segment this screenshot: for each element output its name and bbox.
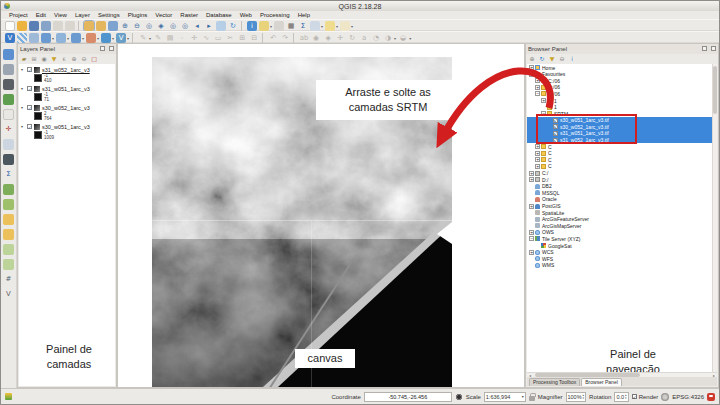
expander-icon[interactable]: ▾: [21, 86, 25, 91]
filter-browser-icon[interactable]: ▼: [548, 55, 556, 63]
browser-item-postgis[interactable]: +PostGIS: [527, 202, 717, 209]
expander-icon[interactable]: +: [529, 177, 534, 182]
plugin-folder-new-icon[interactable]: [3, 214, 14, 225]
zoom-to-selection-icon[interactable]: ◎: [168, 21, 178, 31]
browser-item-1[interactable]: +1: [527, 97, 717, 104]
expander-icon[interactable]: ▾: [21, 67, 25, 72]
pin-labels-icon[interactable]: ◉: [311, 33, 321, 43]
add-feature-icon[interactable]: ◦: [177, 33, 187, 43]
move-label-icon[interactable]: ✛: [335, 33, 345, 43]
plugin-pages-2-icon[interactable]: [3, 259, 14, 270]
checkbox-checked-icon[interactable]: ✓: [632, 394, 637, 399]
spinner-arrows-icon[interactable]: ▴▾: [583, 394, 585, 400]
save-project-as-icon[interactable]: [41, 21, 51, 31]
browser-item-c-06[interactable]: +C:/06: [527, 77, 717, 84]
manage-map-themes-icon[interactable]: ◉: [40, 55, 48, 63]
measure-icon[interactable]: ▾: [310, 21, 323, 31]
rotation-spinner[interactable]: 0.0 ▴▾: [614, 392, 628, 402]
menu-layer[interactable]: Layer: [71, 11, 94, 19]
add-wfs-layer-icon[interactable]: V▾: [116, 33, 129, 43]
expander-icon[interactable]: +: [529, 250, 534, 255]
browser-item-1[interactable]: 1: [527, 104, 717, 111]
add-wms-layer-icon[interactable]: ▾: [101, 33, 114, 43]
filter-by-expression-icon[interactable]: ε: [60, 55, 68, 63]
menu-edit[interactable]: Edit: [32, 11, 50, 19]
browser-item-googlesat[interactable]: GoogleSat: [527, 242, 717, 249]
save-layer-edits-icon[interactable]: ▤: [165, 33, 175, 43]
copy-features-icon[interactable]: ⊞: [237, 33, 247, 43]
scale-combo[interactable]: 1:636,994 ▾: [484, 392, 526, 402]
expander-icon[interactable]: +: [529, 204, 534, 209]
layer-visibility-checkbox[interactable]: ✓: [27, 124, 32, 129]
browser-item-arcgisfeatureserver[interactable]: ArcGisFeatureServer: [527, 216, 717, 223]
add-delimited-text-layer-icon[interactable]: [29, 33, 39, 43]
zoom-to-layer-icon[interactable]: ◎: [180, 21, 190, 31]
zoom-next-icon[interactable]: ▸: [204, 21, 214, 31]
expander-icon[interactable]: −: [541, 111, 546, 116]
layer-name[interactable]: s30_w051_1arc_v3: [42, 124, 90, 130]
browser-item-c[interactable]: +C: [527, 156, 717, 163]
plugin-folder-add-icon[interactable]: [3, 229, 14, 240]
add-group-icon[interactable]: ⊞: [30, 55, 38, 63]
messages-icon[interactable]: [707, 393, 715, 401]
add-raster-layer-icon[interactable]: [17, 33, 27, 43]
browser-item-spatialite[interactable]: SpatiaLite: [527, 209, 717, 216]
expander-icon[interactable]: +: [535, 144, 540, 149]
zoom-native-icon[interactable]: ◎: [144, 21, 154, 31]
plugin-raster-grid-icon[interactable]: [3, 154, 14, 165]
node-tool-icon[interactable]: ∿: [201, 33, 211, 43]
plugin-statistics-icon[interactable]: Σ: [3, 169, 14, 180]
plugin-compass-icon[interactable]: [3, 49, 14, 60]
menu-vector[interactable]: Vector: [151, 11, 176, 19]
browser-item-wfs[interactable]: WFS: [527, 255, 717, 262]
layer-visibility-checkbox[interactable]: ✓: [27, 105, 32, 110]
expander-icon[interactable]: +: [535, 157, 540, 162]
redo-icon[interactable]: ↷: [280, 33, 290, 43]
layer-name[interactable]: s31_w052_1arc_v3: [42, 67, 90, 73]
menu-help[interactable]: Help: [294, 11, 314, 19]
map-tips-icon[interactable]: ▾: [325, 21, 338, 31]
layer-item-s31-w051-1arc-v3[interactable]: ▾✓s31_w051_1arc_v3-171: [21, 85, 115, 102]
deselect-features-icon[interactable]: [274, 21, 284, 31]
delete-selected-icon[interactable]: ▭: [213, 33, 223, 43]
open-attribute-table-icon[interactable]: ▦: [286, 21, 296, 31]
layer-visibility-checkbox[interactable]: ✓: [27, 86, 32, 91]
collapse-all-icon[interactable]: ⊖: [80, 55, 88, 63]
expander-icon[interactable]: +: [529, 65, 534, 70]
browser-item-db2[interactable]: DB2: [527, 183, 717, 190]
browser-item-s31-w051-1arc-v3-tif[interactable]: s31_w051_1arc_v3.tif: [527, 130, 717, 137]
expander-icon[interactable]: −: [529, 236, 534, 241]
expander-icon[interactable]: +: [535, 151, 540, 156]
spinner-arrows-icon[interactable]: ▴▾: [625, 394, 627, 400]
plugin-grid-icon[interactable]: #: [3, 274, 14, 285]
browser-item-mssql[interactable]: MSSQL: [527, 189, 717, 196]
cut-features-icon[interactable]: ✂: [225, 33, 235, 43]
tab-processing-toolbox[interactable]: Processing Toolbox: [529, 378, 580, 386]
filter-legend-icon[interactable]: ▼: [50, 55, 58, 63]
move-feature-icon[interactable]: ✛: [189, 33, 199, 43]
layer-visibility-checkbox[interactable]: ✓: [27, 67, 32, 72]
plugin-blank-icon[interactable]: [3, 109, 14, 120]
menu-settings[interactable]: Settings: [94, 11, 124, 19]
browser-item-s31-w052-1arc-v3-tif[interactable]: s31_w052_1arc_v3.tif: [527, 137, 717, 144]
plugin-select-tool-icon[interactable]: [3, 139, 14, 150]
browser-item-c-06[interactable]: −C:/06: [527, 90, 717, 97]
layer-item-s31-w052-1arc-v3[interactable]: ▾✓s31_w052_1arc_v3-1410: [21, 66, 115, 83]
layer-item-s30-w052-1arc-v3[interactable]: ▾✓s30_w052_1arc_v32764: [21, 104, 115, 121]
magnifier-spinner[interactable]: 100% ▴▾: [566, 392, 587, 402]
expander-icon[interactable]: +: [535, 78, 540, 83]
browser-item-c[interactable]: +C: [527, 150, 717, 157]
diagram-options-icon[interactable]: ◔: [371, 33, 381, 43]
select-features-icon[interactable]: ▾: [259, 21, 272, 31]
refresh-browser-icon[interactable]: ↻: [538, 55, 546, 63]
float-panel-icon[interactable]: [100, 46, 105, 51]
plugin-landscape-1-icon[interactable]: [3, 184, 14, 195]
add-selected-layers-icon[interactable]: ⊕: [528, 55, 536, 63]
lock-scale-icon[interactable]: [529, 396, 535, 401]
crs-status-icon[interactable]: [661, 393, 669, 401]
browser-item-c-06[interactable]: +C:/06: [527, 84, 717, 91]
browser-item-c[interactable]: +C:/: [527, 170, 717, 177]
add-spatialite-layer-icon[interactable]: ▾: [56, 33, 69, 43]
current-edits-icon[interactable]: ✎▾: [138, 33, 151, 43]
refresh-icon[interactable]: ↻: [228, 21, 238, 31]
